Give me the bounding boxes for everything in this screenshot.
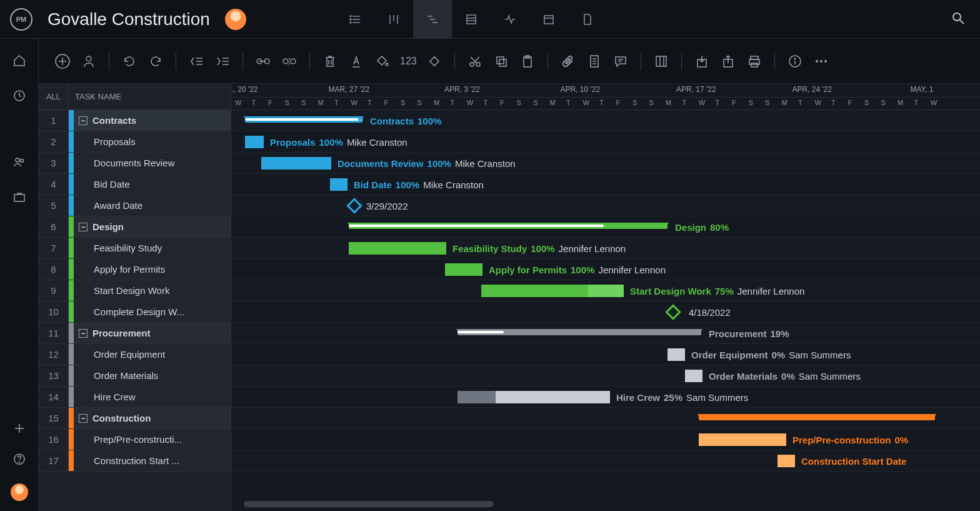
gantt-row[interactable]: Start Design Work 75% Jennifer Lennon bbox=[231, 280, 980, 301]
notes-icon[interactable] bbox=[586, 53, 603, 70]
info-icon[interactable] bbox=[786, 53, 804, 70]
link-icon[interactable] bbox=[254, 53, 272, 70]
task-row[interactable]: 15−Construction bbox=[39, 408, 231, 429]
collapse-icon[interactable]: − bbox=[79, 223, 88, 231]
team-icon[interactable] bbox=[12, 155, 26, 171]
collapse-icon[interactable]: − bbox=[79, 414, 88, 423]
task-row[interactable]: 1−Contracts bbox=[39, 110, 231, 131]
redo-icon[interactable] bbox=[147, 53, 164, 70]
view-board-icon[interactable] bbox=[374, 0, 413, 39]
task-name-cell[interactable]: Documents Review bbox=[74, 153, 231, 173]
view-activity-icon[interactable] bbox=[491, 0, 529, 39]
fill-color-icon[interactable] bbox=[374, 53, 391, 70]
gantt-row[interactable]: Hire Crew 25% Sam Summers bbox=[231, 387, 980, 408]
help-icon[interactable] bbox=[12, 452, 26, 468]
paste-icon[interactable] bbox=[519, 53, 536, 70]
summary-bar[interactable] bbox=[245, 116, 362, 123]
task-row[interactable]: 17Construction Start ... bbox=[39, 450, 231, 472]
columns-icon[interactable] bbox=[652, 53, 670, 70]
view-calendar-icon[interactable] bbox=[529, 0, 568, 39]
portfolio-icon[interactable] bbox=[12, 190, 26, 206]
progress-icon[interactable]: 123 bbox=[400, 56, 417, 67]
outdent-icon[interactable] bbox=[188, 53, 205, 70]
task-row[interactable]: 11−Procurement bbox=[39, 323, 231, 344]
comments-icon[interactable] bbox=[612, 53, 629, 70]
view-list-icon[interactable] bbox=[336, 0, 374, 39]
gantt-row[interactable]: Documents Review 100% Mike Cranston bbox=[231, 153, 980, 174]
summary-bar[interactable] bbox=[699, 414, 935, 420]
task-row[interactable]: 12Order Equipment bbox=[39, 344, 231, 365]
task-bar[interactable] bbox=[245, 136, 264, 148]
cut-icon[interactable] bbox=[466, 53, 484, 70]
task-name-cell[interactable]: Proposals bbox=[74, 131, 231, 152]
column-header-taskname[interactable]: TASK NAME bbox=[69, 84, 231, 109]
task-row[interactable]: 16Prep/Pre-constructi... bbox=[39, 429, 231, 450]
task-name-cell[interactable]: Award Date bbox=[74, 195, 231, 216]
gantt-row[interactable]: Construction Start Date bbox=[231, 450, 980, 472]
view-gantt-icon[interactable] bbox=[413, 0, 452, 39]
user-avatar[interactable] bbox=[11, 483, 28, 501]
gantt-row[interactable]: 3/29/2022 bbox=[231, 195, 980, 216]
view-files-icon[interactable] bbox=[568, 0, 607, 39]
task-bar[interactable] bbox=[481, 285, 624, 297]
gantt-row[interactable]: Prep/Pre-construction 0% bbox=[231, 429, 980, 450]
collapse-icon[interactable]: − bbox=[79, 116, 88, 125]
gantt-row[interactable]: Proposals 100% Mike Cranston bbox=[231, 131, 980, 153]
column-header-all[interactable]: ALL bbox=[39, 84, 69, 109]
gantt-row[interactable]: Feasibility Study 100% Jennifer Lennon bbox=[231, 238, 980, 259]
gantt-row[interactable]: Apply for Permits 100% Jennifer Lennon bbox=[231, 259, 980, 280]
gantt-row[interactable] bbox=[231, 408, 980, 429]
add-task-icon[interactable] bbox=[54, 53, 71, 70]
task-row[interactable]: 4Bid Date bbox=[39, 174, 231, 195]
task-bar[interactable] bbox=[699, 433, 786, 446]
text-color-icon[interactable] bbox=[348, 53, 365, 70]
task-row[interactable]: 13Order Materials bbox=[39, 365, 231, 387]
task-name-cell[interactable]: Feasibility Study bbox=[74, 238, 231, 258]
task-name-cell[interactable]: Order Materials bbox=[74, 365, 231, 386]
task-name-cell[interactable]: Start Design Work bbox=[74, 280, 231, 301]
print-icon[interactable] bbox=[746, 53, 763, 70]
gantt-row[interactable]: Order Materials 0% Sam Summers bbox=[231, 365, 980, 387]
gantt-row[interactable]: Order Equipment 0% Sam Summers bbox=[231, 344, 980, 365]
task-name-cell[interactable]: −Contracts bbox=[74, 110, 231, 131]
undo-icon[interactable] bbox=[121, 53, 138, 70]
recent-icon[interactable] bbox=[12, 89, 26, 105]
add-icon[interactable] bbox=[13, 422, 26, 437]
milestone-marker[interactable] bbox=[346, 198, 362, 213]
summary-bar[interactable] bbox=[349, 223, 668, 229]
task-bar[interactable] bbox=[778, 455, 795, 467]
unlink-icon[interactable] bbox=[281, 53, 298, 70]
gantt-timeline[interactable]: ., 20 '22MAR, 27 '22APR, 3 '22APR, 10 '2… bbox=[231, 84, 980, 511]
gantt-row[interactable]: Contracts 100% bbox=[231, 110, 980, 131]
horizontal-scrollbar[interactable] bbox=[244, 501, 494, 507]
task-row[interactable]: 7Feasibility Study bbox=[39, 238, 231, 259]
app-logo[interactable]: PM bbox=[10, 8, 32, 31]
task-bar[interactable] bbox=[445, 263, 482, 276]
task-name-cell[interactable]: Hire Crew bbox=[74, 387, 231, 407]
gantt-row[interactable]: Bid Date 100% Mike Cranston bbox=[231, 174, 980, 195]
task-name-cell[interactable]: Construction Start ... bbox=[74, 450, 231, 471]
task-bar[interactable] bbox=[261, 157, 331, 169]
gantt-row[interactable]: Procurement 19% bbox=[231, 323, 980, 344]
task-row[interactable]: 3Documents Review bbox=[39, 153, 231, 174]
task-row[interactable]: 9Start Design Work bbox=[39, 280, 231, 301]
task-name-cell[interactable]: Apply for Permits bbox=[74, 259, 231, 280]
task-bar[interactable] bbox=[668, 348, 685, 361]
project-avatar[interactable] bbox=[225, 9, 246, 30]
collapse-icon[interactable]: − bbox=[79, 329, 88, 338]
task-name-cell[interactable]: Bid Date bbox=[74, 174, 231, 195]
attachment-icon[interactable] bbox=[559, 53, 577, 70]
copy-icon[interactable] bbox=[492, 53, 510, 70]
task-row[interactable]: 6−Design bbox=[39, 216, 231, 238]
view-sheet-icon[interactable] bbox=[452, 0, 491, 39]
gantt-row[interactable]: Design 80% bbox=[231, 216, 980, 238]
more-icon[interactable] bbox=[812, 53, 830, 70]
indent-icon[interactable] bbox=[214, 53, 231, 70]
home-icon[interactable] bbox=[12, 54, 26, 70]
task-row[interactable]: 14Hire Crew bbox=[39, 387, 231, 408]
milestone-icon[interactable] bbox=[426, 53, 443, 70]
task-row[interactable]: 5Award Date bbox=[39, 195, 231, 216]
task-bar[interactable] bbox=[330, 178, 348, 191]
search-icon[interactable] bbox=[946, 6, 970, 33]
task-name-cell[interactable]: −Procurement bbox=[74, 323, 231, 343]
